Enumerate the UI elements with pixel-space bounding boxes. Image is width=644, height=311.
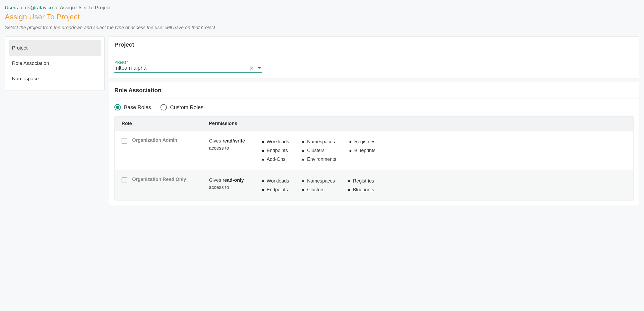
radio-label: Base Roles bbox=[124, 104, 151, 110]
radio-circle-icon bbox=[160, 104, 167, 110]
project-card: Project Project * bbox=[109, 36, 639, 78]
sidebar-item-role-association[interactable]: Role Association bbox=[9, 56, 101, 71]
sidebar-item-namespace[interactable]: Namespace bbox=[9, 71, 101, 86]
permission-description: Gives read-only access to : bbox=[209, 177, 257, 194]
permission-item: Add-Ons bbox=[262, 155, 289, 164]
chevron-down-icon[interactable] bbox=[257, 67, 261, 69]
project-field: Project * bbox=[114, 60, 262, 73]
page-title: Assign User To Project bbox=[5, 13, 639, 21]
permission-description: Gives read/write access to : bbox=[209, 137, 257, 164]
permission-col: Registries Blueprints bbox=[348, 177, 374, 194]
radio-base-roles[interactable]: Base Roles bbox=[114, 104, 151, 110]
roles-table-head: Role Permissions bbox=[115, 117, 633, 131]
permission-item: Blueprints bbox=[348, 185, 374, 194]
permission-item: Registries bbox=[348, 177, 374, 185]
permission-item: Workloads bbox=[262, 177, 289, 185]
permission-item: Clusters bbox=[302, 146, 336, 155]
breadcrumb-current: Assign User To Project bbox=[60, 5, 111, 11]
table-row: Organization Read Only Gives read-only a… bbox=[115, 170, 633, 201]
permission-col: Workloads Endpoints bbox=[262, 177, 289, 194]
sidebar-item-project[interactable]: Project bbox=[9, 40, 101, 56]
breadcrumb: Users › ds@rafay.co › Assign User To Pro… bbox=[5, 5, 639, 11]
permission-item: Clusters bbox=[302, 185, 335, 194]
permission-item: Registries bbox=[350, 137, 375, 146]
table-row: Organization Admin Gives read/write acce… bbox=[115, 131, 633, 170]
permission-col: Workloads Endpoints Add-Ons bbox=[262, 137, 289, 164]
role-card-header: Role Association bbox=[109, 82, 639, 99]
clear-icon[interactable] bbox=[249, 66, 254, 70]
section-nav: Project Role Association Namespace bbox=[5, 36, 105, 90]
roles-table: Role Permissions Organization Admin Give… bbox=[114, 116, 634, 201]
project-field-label: Project * bbox=[114, 60, 262, 64]
col-header-role: Role bbox=[122, 121, 209, 126]
role-checkbox[interactable] bbox=[122, 177, 127, 183]
permission-col: Namespaces Clusters Environments bbox=[302, 137, 336, 164]
project-card-header: Project bbox=[109, 37, 639, 53]
permission-col: Namespaces Clusters bbox=[302, 177, 335, 194]
permission-item: Blueprints bbox=[350, 146, 375, 155]
col-header-permissions: Permissions bbox=[209, 121, 627, 126]
breadcrumb-sep: › bbox=[21, 5, 22, 11]
role-name: Organization Read Only bbox=[132, 177, 186, 182]
breadcrumb-sep: › bbox=[55, 5, 57, 11]
radio-label: Custom Roles bbox=[170, 104, 203, 110]
radio-custom-roles[interactable]: Custom Roles bbox=[160, 104, 203, 110]
permission-item: Endpoints bbox=[262, 146, 289, 155]
breadcrumb-email-link[interactable]: ds@rafay.co bbox=[25, 5, 53, 11]
permission-item: Namespaces bbox=[302, 177, 335, 185]
permission-col: Registries Blueprints bbox=[350, 137, 375, 164]
radio-circle-icon bbox=[114, 104, 121, 110]
permission-item: Environments bbox=[302, 155, 336, 164]
page-subtitle: Select the project from the dropdown and… bbox=[5, 25, 639, 30]
role-association-card: Role Association Base Roles Custom Roles… bbox=[109, 82, 639, 206]
role-type-radio-group: Base Roles Custom Roles bbox=[114, 104, 634, 110]
permission-item: Workloads bbox=[262, 137, 289, 146]
permission-item: Endpoints bbox=[262, 185, 289, 194]
role-name: Organization Admin bbox=[132, 137, 177, 143]
project-select-input[interactable] bbox=[114, 65, 249, 71]
permission-item: Namespaces bbox=[302, 137, 336, 146]
role-checkbox[interactable] bbox=[122, 138, 127, 144]
breadcrumb-users-link[interactable]: Users bbox=[5, 5, 18, 11]
